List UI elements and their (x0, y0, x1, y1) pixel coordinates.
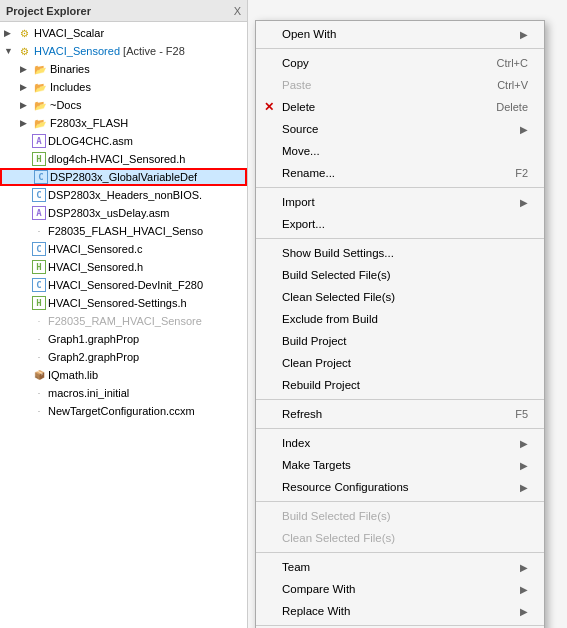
menu-label-copy: Copy (282, 57, 477, 69)
menu-label-make-targets: Make Targets (282, 459, 510, 471)
tree-label: NewTargetConfiguration.ccxm (48, 405, 195, 417)
submenu-arrow-source: ▶ (520, 124, 528, 135)
tree-item-hvaci-c[interactable]: C HVACI_Sensored.c (0, 240, 247, 258)
menu-shortcut-copy: Ctrl+C (497, 57, 528, 69)
menu-item-paste[interactable]: Paste Ctrl+V (256, 74, 544, 96)
tree-label: DSP2803x_usDelay.asm (48, 207, 169, 219)
menu-label-show-build-settings: Show Build Settings... (282, 247, 528, 259)
menu-item-build-selected[interactable]: Build Selected File(s) (256, 264, 544, 286)
menu-label-move: Move... (282, 145, 528, 157)
tree-item-hvaci-scalar[interactable]: ▶ ⚙ HVACI_Scalar (0, 24, 247, 42)
menu-item-team[interactable]: Team ▶ (256, 556, 544, 578)
menu-item-compare-with[interactable]: Compare With ▶ (256, 578, 544, 600)
tree-item-includes[interactable]: ▶ 📂 Includes (0, 78, 247, 96)
submenu-arrow-open-with: ▶ (520, 29, 528, 40)
tree-label: F28035_FLASH_HVACI_Senso (48, 225, 203, 237)
tree-item-binaries[interactable]: ▶ 📂 Binaries (0, 60, 247, 78)
tree-item-docs[interactable]: ▶ 📂 ~Docs (0, 96, 247, 114)
file-icon: · (32, 350, 46, 364)
tree-label: HVACI_Sensored-Settings.h (48, 297, 187, 309)
menu-separator-3 (256, 238, 544, 239)
tree-item-graph2[interactable]: · Graph2.graphProp (0, 348, 247, 366)
menu-label-clean-selected-2: Clean Selected File(s) (282, 532, 528, 544)
menu-separator-8 (256, 625, 544, 626)
menu-item-replace-with[interactable]: Replace With ▶ (256, 600, 544, 622)
file-icon: C (34, 170, 48, 184)
tree-label: HVACI_Sensored [Active - F28 (34, 45, 185, 57)
menu-item-copy[interactable]: Copy Ctrl+C (256, 52, 544, 74)
menu-label-build-selected: Build Selected File(s) (282, 269, 528, 281)
tree-item-f2803x-flash[interactable]: ▶ 📂 F2803x_FLASH (0, 114, 247, 132)
tree-item-dsp2803x-usdelay[interactable]: A DSP2803x_usDelay.asm (0, 204, 247, 222)
menu-item-resource-configurations[interactable]: Resource Configurations ▶ (256, 476, 544, 498)
tree-item-iqmath[interactable]: 📦 IQmath.lib (0, 366, 247, 384)
tree-label: HVACI_Sensored.c (48, 243, 143, 255)
menu-item-source[interactable]: Source ▶ (256, 118, 544, 140)
menu-item-make-targets[interactable]: Make Targets ▶ (256, 454, 544, 476)
file-icon: · (32, 332, 46, 346)
menu-separator-7 (256, 552, 544, 553)
delete-icon-area: ✕ (260, 98, 278, 116)
menu-item-delete[interactable]: ✕ Delete Delete (256, 96, 544, 118)
menu-item-open-with[interactable]: Open With ▶ (256, 23, 544, 45)
tree-label: Binaries (50, 63, 90, 75)
menu-label-clean-project: Clean Project (282, 357, 528, 369)
tree-item-graph1[interactable]: · Graph1.graphProp (0, 330, 247, 348)
menu-item-refresh[interactable]: Refresh F5 (256, 403, 544, 425)
tree-label: IQmath.lib (48, 369, 98, 381)
project-explorer-panel: Project Explorer X ▶ ⚙ HVACI_Scalar ▼ ⚙ … (0, 0, 248, 628)
tree-item-hvaci-h[interactable]: H HVACI_Sensored.h (0, 258, 247, 276)
menu-label-index: Index (282, 437, 510, 449)
folder-icon: 📂 (32, 115, 48, 131)
tree-label: dlog4ch-HVACI_Sensored.h (48, 153, 185, 165)
menu-item-clean-project[interactable]: Clean Project (256, 352, 544, 374)
tree-arrow: ▼ (4, 46, 16, 56)
tree-item-dlog4ch-hvaci[interactable]: H dlog4ch-HVACI_Sensored.h (0, 150, 247, 168)
tree-item-hvaci-sensored[interactable]: ▼ ⚙ HVACI_Sensored [Active - F28 (0, 42, 247, 60)
file-icon: 📦 (32, 368, 46, 382)
tree-label: HVACI_Sensored-DevInit_F280 (48, 279, 203, 291)
tree-item-hvaci-settings[interactable]: H HVACI_Sensored-Settings.h (0, 294, 247, 312)
tree-arrow: ▶ (20, 100, 32, 110)
tree-item-dlog4c[interactable]: A DLOG4CHC.asm (0, 132, 247, 150)
tree-arrow: ▶ (20, 64, 32, 74)
menu-item-build-project[interactable]: Build Project (256, 330, 544, 352)
menu-item-export[interactable]: Export... (256, 213, 544, 235)
submenu-arrow-replace-with: ▶ (520, 606, 528, 617)
tree-label: macros.ini_initial (48, 387, 129, 399)
menu-label-delete: Delete (282, 101, 476, 113)
tree-label: Includes (50, 81, 91, 93)
menu-item-move[interactable]: Move... (256, 140, 544, 162)
menu-label-build-selected-2: Build Selected File(s) (282, 510, 528, 522)
file-icon: H (32, 152, 46, 166)
tree-item-dsp2803x-global[interactable]: C DSP2803x_GlobalVariableDef (0, 168, 247, 186)
menu-item-rebuild-project[interactable]: Rebuild Project (256, 374, 544, 396)
menu-item-clean-selected-2[interactable]: Clean Selected File(s) (256, 527, 544, 549)
tree-item-hvaci-devinit[interactable]: C HVACI_Sensored-DevInit_F280 (0, 276, 247, 294)
tree-item-newtarget[interactable]: · NewTargetConfiguration.ccxm (0, 402, 247, 420)
tree-arrow: ▶ (20, 82, 32, 92)
file-icon: · (32, 314, 46, 328)
menu-separator-1 (256, 48, 544, 49)
menu-label-resource-configurations: Resource Configurations (282, 481, 510, 493)
panel-close-button[interactable]: X (234, 5, 241, 17)
menu-item-clean-selected[interactable]: Clean Selected File(s) (256, 286, 544, 308)
tree-label: DSP2803x_GlobalVariableDef (50, 171, 197, 183)
file-icon: · (32, 386, 46, 400)
menu-item-import[interactable]: Import ▶ (256, 191, 544, 213)
menu-label-exclude-from-build: Exclude from Build (282, 313, 528, 325)
tree-item-macros[interactable]: · macros.ini_initial (0, 384, 247, 402)
tree-item-dsp2803x-headers[interactable]: C DSP2803x_Headers_nonBIOS. (0, 186, 247, 204)
menu-item-build-selected-2[interactable]: Build Selected File(s) (256, 505, 544, 527)
tree-item-f28035-ram[interactable]: · F28035_RAM_HVACI_Sensore (0, 312, 247, 330)
menu-label-open-with: Open With (282, 28, 510, 40)
tree-arrow: ▶ (4, 28, 16, 38)
menu-item-exclude-from-build[interactable]: Exclude from Build (256, 308, 544, 330)
menu-item-show-build-settings[interactable]: Show Build Settings... (256, 242, 544, 264)
menu-label-clean-selected: Clean Selected File(s) (282, 291, 528, 303)
folder-icon: 📂 (32, 61, 48, 77)
tree-item-f28035-flash[interactable]: · F28035_FLASH_HVACI_Senso (0, 222, 247, 240)
tree-label: Graph2.graphProp (48, 351, 139, 363)
menu-item-index[interactable]: Index ▶ (256, 432, 544, 454)
menu-item-rename[interactable]: Rename... F2 (256, 162, 544, 184)
